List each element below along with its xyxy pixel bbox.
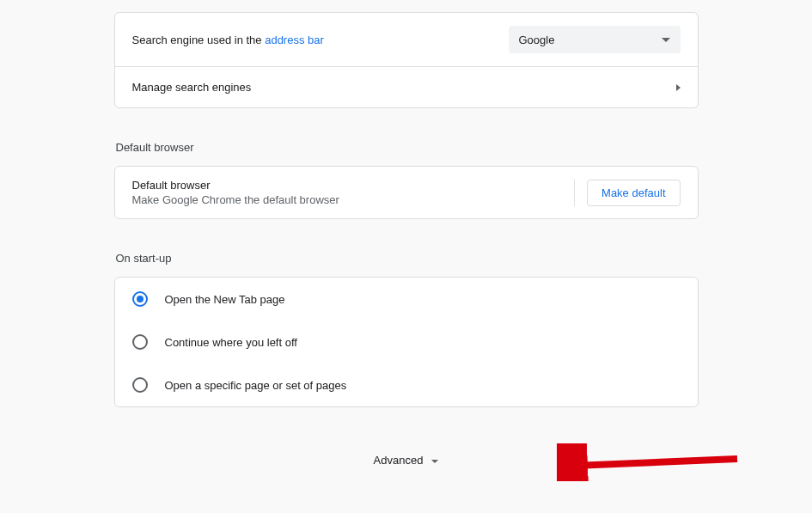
search-engine-select[interactable]: Google [509,26,681,53]
startup-option-label: Continue where you left off [165,336,297,349]
radio-icon [132,377,148,393]
startup-card: Open the New Tab page Continue where you… [114,277,699,407]
chevron-down-icon [662,38,670,42]
search-engine-card: Search engine used in the address bar Go… [114,12,699,108]
search-engine-label: Search engine used in the address bar [132,34,509,46]
default-browser-row: Default browser Make Google Chrome the d… [115,167,698,218]
default-browser-card: Default browser Make Google Chrome the d… [114,166,699,219]
startup-section-title: On start-up [116,252,699,265]
manage-search-engines-row[interactable]: Manage search engines [115,66,698,107]
radio-icon [132,334,148,350]
chevron-down-icon [431,460,438,463]
default-browser-desc: Make Google Chrome the default browser [132,193,566,206]
advanced-label: Advanced [374,454,424,467]
address-bar-link[interactable]: address bar [265,34,324,46]
chevron-right-icon [676,84,681,91]
startup-option-new-tab[interactable]: Open the New Tab page [115,278,698,321]
startup-option-label: Open a specific page or set of pages [165,379,347,392]
advanced-toggle[interactable]: Advanced [114,454,699,467]
search-engine-row: Search engine used in the address bar Go… [115,13,698,66]
startup-option-specific-pages[interactable]: Open a specific page or set of pages [115,363,698,406]
search-engine-prefix: Search engine used in the [132,34,266,46]
startup-option-label: Open the New Tab page [165,293,285,306]
default-browser-section-title: Default browser [116,141,699,154]
startup-option-continue[interactable]: Continue where you left off [115,321,698,363]
vertical-separator [574,179,575,206]
radio-icon [132,291,148,307]
search-engine-selected: Google [519,34,662,46]
annotation-arrow-icon [557,443,746,481]
svg-line-0 [574,459,737,466]
make-default-button[interactable]: Make default [587,180,680,206]
default-browser-title: Default browser [132,179,566,192]
manage-search-engines-label: Manage search engines [132,81,676,94]
